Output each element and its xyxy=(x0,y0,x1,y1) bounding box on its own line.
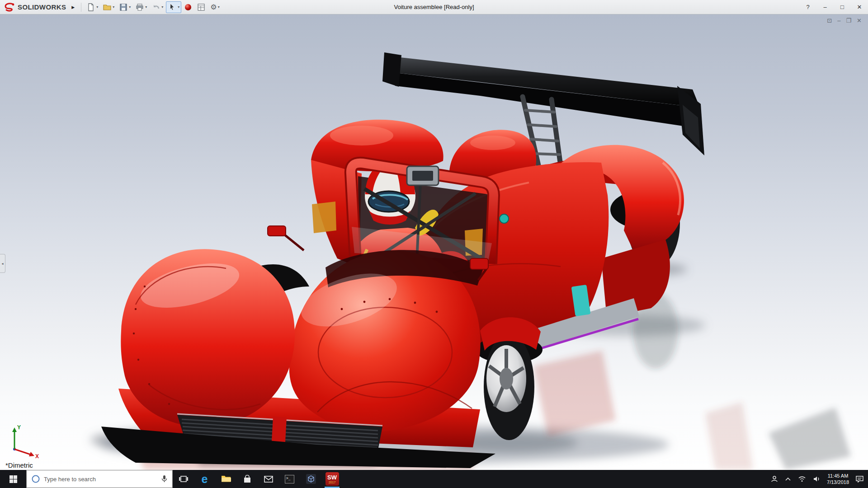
caret-icon[interactable]: ▾ xyxy=(218,5,220,9)
volume-icon[interactable] xyxy=(813,476,820,482)
nose-body[interactable] xyxy=(289,250,483,432)
graphics-viewport[interactable]: ⊡ – ❐ ✕ ◂ xyxy=(0,14,868,470)
dark-app-button[interactable] xyxy=(300,470,321,488)
minimize-button[interactable]: – xyxy=(816,0,834,14)
file-explorer-icon xyxy=(221,475,231,483)
microphone-icon[interactable] xyxy=(161,475,168,483)
ds-logo-icon xyxy=(4,2,15,12)
windows-taskbar: e >_ SW 2017 xyxy=(0,470,868,488)
task-view-button[interactable] xyxy=(173,470,194,488)
properties-sheet-button[interactable] xyxy=(195,1,208,13)
solidworks-app-icon: SW 2017 xyxy=(326,472,339,486)
race-car-model[interactable] xyxy=(101,52,704,468)
start-button[interactable] xyxy=(0,470,26,488)
child-restore-icon[interactable]: ❐ xyxy=(846,17,851,24)
solidworks-logo: SOLIDWORKS xyxy=(0,2,71,12)
caret-icon[interactable]: ▾ xyxy=(113,5,114,9)
properties-sheet-icon xyxy=(197,3,206,12)
teal-vent xyxy=(500,214,509,223)
tray-chevron-up-icon[interactable] xyxy=(785,477,791,481)
solidworks-window: { "titlebar": { "brand": "SOLIDWORKS", "… xyxy=(0,0,868,488)
brand-text: SOLIDWORKS xyxy=(18,3,66,11)
save-button[interactable]: ▾ xyxy=(117,1,132,13)
appearance-sphere-button[interactable] xyxy=(182,1,194,13)
open-folder-icon xyxy=(103,3,112,12)
3d-model-scene[interactable] xyxy=(0,14,868,470)
clock-date: 7/13/2018 xyxy=(827,479,849,485)
child-minimize-icon[interactable]: – xyxy=(837,17,840,24)
new-document-icon xyxy=(86,3,95,12)
select-tool-button[interactable]: ▾ xyxy=(166,1,181,13)
print-icon xyxy=(135,3,144,12)
taskbar-search[interactable] xyxy=(26,470,173,488)
help-button[interactable]: ? xyxy=(799,0,816,14)
edge-icon: e xyxy=(202,474,208,485)
clock-time: 11:45 AM xyxy=(827,473,849,479)
gear-icon: ⚙ xyxy=(210,3,217,11)
child-window-controls: ⊡ – ❐ ✕ xyxy=(827,17,862,24)
front-wheel[interactable] xyxy=(476,317,542,440)
caret-icon[interactable]: ▾ xyxy=(178,5,179,9)
action-center-icon[interactable] xyxy=(856,476,863,483)
options-button[interactable]: ⚙ ▾ xyxy=(208,1,221,13)
windows-logo-icon xyxy=(9,475,17,483)
caret-icon[interactable]: ▾ xyxy=(129,5,131,9)
wifi-icon[interactable] xyxy=(798,476,806,482)
undo-button[interactable]: ▾ xyxy=(150,1,165,13)
mail-button[interactable] xyxy=(258,470,279,488)
toolbar-separator xyxy=(81,3,81,12)
new-document-button[interactable]: ▾ xyxy=(85,1,100,13)
child-close-icon[interactable]: ✕ xyxy=(857,17,862,24)
edge-button[interactable]: e xyxy=(194,470,215,488)
save-icon xyxy=(119,3,128,12)
people-icon[interactable] xyxy=(771,475,778,483)
window-controls: ? – □ ✕ xyxy=(799,0,868,14)
search-input[interactable] xyxy=(44,476,157,483)
taskbar-clock[interactable]: 11:45 AM 7/13/2018 xyxy=(827,473,849,485)
print-button[interactable]: ▾ xyxy=(133,1,149,13)
select-cursor-icon xyxy=(168,3,177,12)
menu-expander-icon[interactable]: ▶ xyxy=(71,5,78,9)
titlebar: SOLIDWORKS ▶ ▾ ▾ ▾ ▾ xyxy=(0,0,868,14)
open-button[interactable]: ▾ xyxy=(101,1,116,13)
undo-icon xyxy=(151,3,160,12)
triad-x-label: X xyxy=(35,453,39,459)
cube-app-icon xyxy=(306,474,316,484)
command-prompt-button[interactable]: >_ xyxy=(279,470,300,488)
system-tray: 11:45 AM 7/13/2018 xyxy=(771,473,868,485)
task-view-icon xyxy=(179,475,188,483)
appearance-sphere-icon xyxy=(184,3,192,11)
solidworks-taskbar-button[interactable]: SW 2017 xyxy=(321,470,343,488)
caret-icon[interactable]: ▾ xyxy=(145,5,147,9)
child-pin-icon[interactable]: ⊡ xyxy=(827,17,832,24)
view-orientation-label: *Dimetric xyxy=(5,461,33,469)
close-button[interactable]: ✕ xyxy=(851,0,868,14)
triad-y-label: Y xyxy=(17,424,21,431)
caret-icon[interactable]: ▾ xyxy=(96,5,98,9)
caret-icon[interactable]: ▾ xyxy=(161,5,163,9)
feature-tree-collapse-tab[interactable]: ◂ xyxy=(0,254,5,273)
collapse-arrow-icon: ◂ xyxy=(1,262,3,266)
cortana-icon xyxy=(31,474,40,483)
store-button[interactable] xyxy=(236,470,258,488)
store-icon xyxy=(243,475,251,483)
maximize-button[interactable]: □ xyxy=(834,0,851,14)
command-prompt-icon: >_ xyxy=(285,475,294,483)
mail-icon xyxy=(264,476,273,483)
file-explorer-button[interactable] xyxy=(215,470,236,488)
orientation-triad: Y X xyxy=(5,421,42,459)
